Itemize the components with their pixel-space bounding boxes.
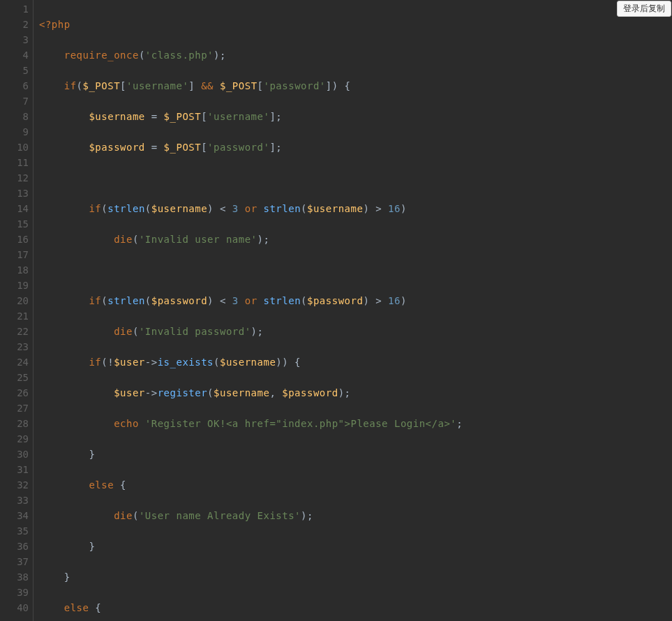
line-number: 17	[0, 247, 29, 262]
line-number: 23	[0, 339, 29, 354]
line-number: 24	[0, 354, 29, 370]
code-line: die('User name Already Exists');	[39, 508, 672, 523]
line-number: 40	[0, 600, 29, 615]
code-line: }	[39, 539, 672, 554]
line-number: 8	[0, 109, 29, 124]
code-line: if(strlen($password) < 3 or strlen($pass…	[39, 293, 672, 308]
line-number: 18	[0, 262, 29, 278]
line-number: 38	[0, 569, 29, 585]
line-number: 29	[0, 431, 29, 447]
code-line	[39, 170, 672, 186]
code-line	[39, 262, 672, 278]
line-number: 20	[0, 293, 29, 308]
line-number: 22	[0, 324, 29, 339]
code-line: else {	[39, 477, 672, 493]
code-line: $password = $_POST['password'];	[39, 140, 672, 155]
line-number: 34	[0, 508, 29, 523]
line-number: 9	[0, 124, 29, 140]
code-line: die('Invalid password');	[39, 324, 672, 339]
code-line: require_once('class.php');	[39, 47, 672, 63]
line-number: 14	[0, 201, 29, 216]
code-line: <?php	[39, 17, 672, 32]
code-line: echo 'Register OK!<a href="index.php">Pl…	[39, 416, 672, 431]
code-line: }	[39, 447, 672, 462]
line-number-gutter: 1 2 3 4 5 6 7 8 9 10 11 12 13 14 15 16 1…	[0, 0, 33, 621]
line-number: 2	[0, 17, 29, 32]
line-number: 11	[0, 155, 29, 170]
line-number: 30	[0, 447, 29, 462]
line-number: 35	[0, 523, 29, 539]
line-number: 6	[0, 78, 29, 93]
code-line: if($_POST['username'] && $_POST['passwor…	[39, 78, 672, 93]
line-number: 3	[0, 32, 29, 47]
line-number: 21	[0, 308, 29, 324]
copy-after-login-button[interactable]: 登录后复制	[617, 1, 671, 17]
code-content[interactable]: <?php require_once('class.php'); if($_PO…	[33, 0, 672, 621]
line-number: 25	[0, 370, 29, 385]
code-line: if(strlen($username) < 3 or strlen($user…	[39, 201, 672, 216]
line-number: 26	[0, 385, 29, 401]
line-number: 32	[0, 477, 29, 493]
line-number: 13	[0, 186, 29, 201]
code-line: }	[39, 569, 672, 585]
line-number: 28	[0, 416, 29, 431]
line-number: 4	[0, 47, 29, 63]
line-number: 7	[0, 93, 29, 109]
code-line: $user->register($username, $password);	[39, 385, 672, 401]
code-editor: 1 2 3 4 5 6 7 8 9 10 11 12 13 14 15 16 1…	[0, 0, 672, 621]
line-number: 16	[0, 232, 29, 247]
line-number: 31	[0, 462, 29, 477]
line-number: 1	[0, 1, 29, 17]
line-number: 36	[0, 539, 29, 554]
line-number: 19	[0, 278, 29, 293]
code-line: else {	[39, 600, 672, 615]
line-number: 27	[0, 401, 29, 416]
line-number: 10	[0, 140, 29, 155]
line-number: 5	[0, 63, 29, 78]
code-line: if(!$user->is_exists($username)) {	[39, 354, 672, 370]
line-number: 37	[0, 554, 29, 569]
line-number: 33	[0, 493, 29, 508]
line-number: 39	[0, 585, 29, 600]
code-line: die('Invalid user name');	[39, 232, 672, 247]
line-number: 15	[0, 216, 29, 232]
code-line: $username = $_POST['username'];	[39, 109, 672, 124]
line-number: 12	[0, 170, 29, 186]
